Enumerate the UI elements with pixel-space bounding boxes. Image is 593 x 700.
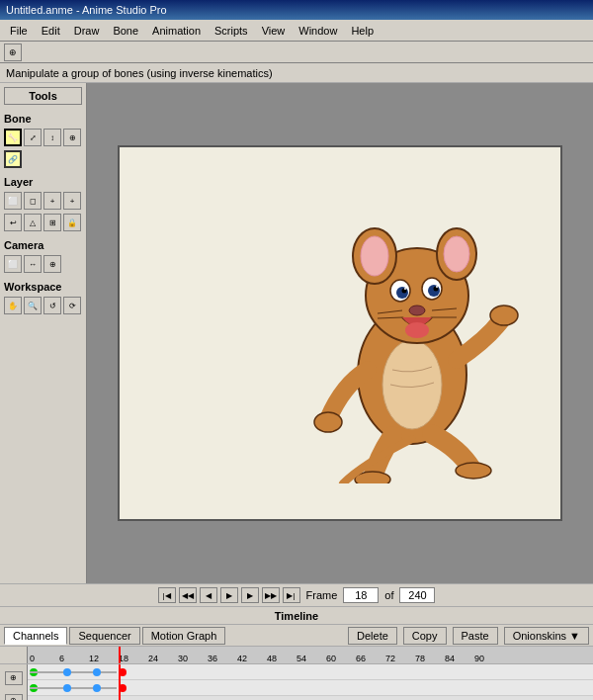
svg-point-10 bbox=[428, 285, 440, 297]
track-icon-2[interactable]: ⊕ bbox=[5, 694, 23, 701]
timeline-tabs: Channels Sequencer Motion Graph Delete C… bbox=[0, 625, 593, 647]
bone-section-label: Bone bbox=[4, 113, 82, 125]
svg-point-9 bbox=[396, 287, 408, 299]
camera-tool-2[interactable]: ↔ bbox=[24, 255, 42, 273]
tab-sequencer[interactable]: Sequencer bbox=[69, 627, 139, 645]
bone-tools-row: 🦴 ⤢ ↕ ⊕ bbox=[4, 129, 82, 146]
tick-48: 48 bbox=[267, 654, 277, 663]
frame-label: Frame bbox=[306, 589, 338, 601]
total-frames-input[interactable] bbox=[399, 587, 435, 603]
tools-box: Tools bbox=[4, 87, 82, 105]
step-back-button[interactable]: ◀ bbox=[200, 587, 217, 603]
track-row-3 bbox=[28, 696, 593, 700]
layer-tool-5[interactable]: ↩ bbox=[4, 214, 22, 231]
layer-tool-4[interactable]: + bbox=[63, 192, 81, 210]
frame-input[interactable] bbox=[343, 587, 379, 603]
tick-72: 72 bbox=[385, 654, 395, 663]
track1-dot-1 bbox=[63, 668, 71, 676]
bone-tool-1[interactable]: 🦴 bbox=[4, 129, 22, 146]
tick-0: 0 bbox=[30, 654, 35, 663]
layer-tool-7[interactable]: ⊞ bbox=[43, 214, 61, 231]
left-panel: Tools Bone 🦴 ⤢ ↕ ⊕ 🔗 Layer ⬜ ◻ + + ↩ △ ⊞… bbox=[0, 83, 87, 583]
menu-animation[interactable]: Animation bbox=[146, 23, 207, 39]
bone-tool-5[interactable]: 🔗 bbox=[4, 150, 22, 168]
track-row-1 bbox=[28, 664, 593, 680]
go-start-button[interactable]: |◀ bbox=[158, 587, 176, 603]
go-end-button[interactable]: ▶| bbox=[283, 587, 300, 603]
tab-motion-graph[interactable]: Motion Graph bbox=[142, 627, 226, 645]
camera-tools-row: ⬜ ↔ ⊕ bbox=[4, 255, 82, 273]
tick-6: 6 bbox=[59, 654, 64, 663]
layer-tool-1[interactable]: ⬜ bbox=[4, 192, 22, 210]
menu-window[interactable]: Window bbox=[293, 23, 343, 39]
svg-point-24 bbox=[456, 463, 491, 479]
copy-button[interactable]: Copy bbox=[403, 627, 447, 645]
bone-tool-3[interactable]: ↕ bbox=[43, 129, 61, 146]
svg-point-4 bbox=[361, 236, 388, 276]
statusbar: Manipulate a group of bones (using inver… bbox=[0, 63, 593, 83]
workspace-tool-1[interactable]: ✋ bbox=[4, 297, 22, 314]
playhead bbox=[119, 647, 121, 663]
layer-tool-8[interactable]: 🔒 bbox=[63, 214, 81, 231]
workspace-tool-4[interactable]: ⟳ bbox=[63, 297, 81, 314]
svg-point-22 bbox=[490, 306, 518, 325]
track-labels: ⊕ ⊕ bbox=[0, 664, 28, 700]
layer-section-label: Layer bbox=[4, 176, 82, 188]
onionskins-button[interactable]: Onionskins ▼ bbox=[504, 627, 589, 645]
tab-channels[interactable]: Channels bbox=[4, 627, 67, 645]
prev-keyframe-button[interactable]: ◀◀ bbox=[179, 587, 197, 603]
tick-36: 36 bbox=[208, 654, 217, 663]
menu-bone[interactable]: Bone bbox=[107, 23, 144, 39]
workspace-tools-row: ✋ 🔍 ↺ ⟳ bbox=[4, 297, 82, 314]
timeline-label: Timeline bbox=[0, 607, 593, 625]
layer-tool-6[interactable]: △ bbox=[24, 214, 42, 231]
track-area bbox=[28, 664, 593, 700]
main-layout: Tools Bone 🦴 ⤢ ↕ ⊕ 🔗 Layer ⬜ ◻ + + ↩ △ ⊞… bbox=[0, 83, 593, 583]
track1-line bbox=[30, 671, 117, 673]
tick-30: 30 bbox=[178, 654, 188, 663]
tick-24: 24 bbox=[148, 654, 158, 663]
menu-file[interactable]: File bbox=[4, 23, 34, 39]
workspace-section-label: Workspace bbox=[4, 281, 82, 293]
menu-view[interactable]: View bbox=[256, 23, 292, 39]
workspace-tool-2[interactable]: 🔍 bbox=[24, 297, 42, 314]
paste-button[interactable]: Paste bbox=[453, 627, 498, 645]
bone-tools-row2: 🔗 bbox=[4, 150, 82, 168]
svg-point-6 bbox=[444, 236, 469, 272]
camera-tool-1[interactable]: ⬜ bbox=[4, 255, 22, 273]
delete-button[interactable]: Delete bbox=[348, 627, 397, 645]
track-icon-1[interactable]: ⊕ bbox=[5, 671, 23, 685]
next-keyframe-button[interactable]: ▶▶ bbox=[262, 587, 280, 603]
jerry-character bbox=[303, 177, 521, 483]
svg-point-15 bbox=[409, 306, 425, 315]
of-label: of bbox=[384, 589, 393, 601]
camera-tool-3[interactable]: ⊕ bbox=[43, 255, 61, 273]
tick-90: 90 bbox=[474, 654, 484, 663]
track2-dot-1 bbox=[63, 684, 71, 692]
menu-scripts[interactable]: Scripts bbox=[209, 23, 254, 39]
bone-tool-2[interactable]: ⤢ bbox=[24, 129, 42, 146]
step-forward-button[interactable]: ▶ bbox=[241, 587, 259, 603]
track1-dot-2 bbox=[93, 668, 101, 676]
workspace-tool-3[interactable]: ↺ bbox=[43, 297, 61, 314]
menu-help[interactable]: Help bbox=[345, 23, 380, 39]
toolbar-row: ⊕ bbox=[0, 42, 593, 63]
tick-66: 66 bbox=[356, 654, 366, 663]
layer-tool-2[interactable]: ◻ bbox=[24, 192, 42, 210]
menu-edit[interactable]: Edit bbox=[36, 23, 66, 39]
camera-section-label: Camera bbox=[4, 239, 82, 251]
layer-tool-3[interactable]: + bbox=[43, 192, 61, 210]
canvas-area bbox=[87, 83, 593, 583]
canvas-frame bbox=[118, 145, 562, 521]
tick-60: 60 bbox=[326, 654, 336, 663]
layer-tools-row2: ↩ △ ⊞ 🔒 bbox=[4, 214, 82, 231]
timeline-text: Timeline bbox=[275, 610, 318, 622]
menu-draw[interactable]: Draw bbox=[68, 23, 106, 39]
menubar: File Edit Draw Bone Animation Scripts Vi… bbox=[0, 20, 593, 42]
toolbar-icon-1[interactable]: ⊕ bbox=[4, 44, 22, 61]
play-button[interactable]: ▶ bbox=[220, 587, 238, 603]
layer-tools-row1: ⬜ ◻ + + bbox=[4, 192, 82, 210]
title-text: Untitled.anme - Anime Studio Pro bbox=[6, 4, 167, 16]
bone-tool-4[interactable]: ⊕ bbox=[63, 129, 81, 146]
ruler-area: 0 6 12 18 24 30 36 42 48 54 60 66 72 78 … bbox=[28, 647, 593, 663]
